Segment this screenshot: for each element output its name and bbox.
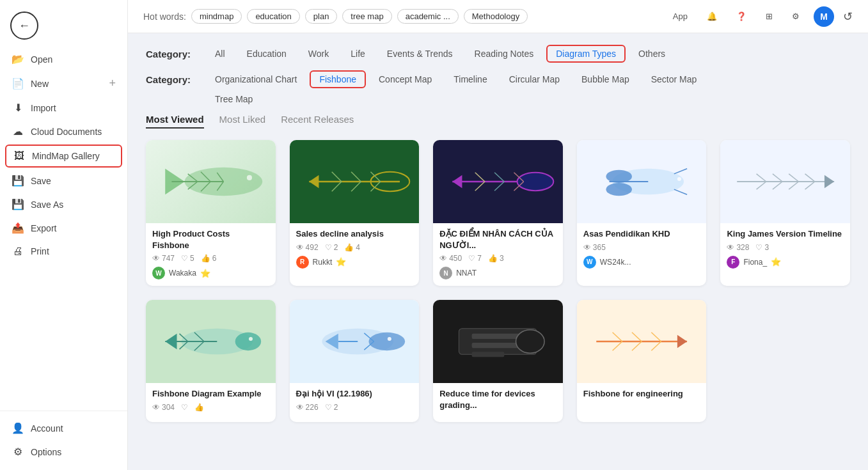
svg-line-25 (475, 173, 485, 182)
svg-line-44 (805, 182, 814, 189)
card-info-5: King James Version Timeline 👁 328 ♡ 3 F … (720, 223, 850, 275)
tab-most-viewed[interactable]: Most Viewed (146, 114, 204, 129)
notification-icon[interactable]: 🔔 (702, 9, 722, 24)
gallery-card-2[interactable]: Sales decline analysis 👁 492 ♡ 2 👍 4 R R… (290, 140, 420, 286)
cat-tree-map[interactable]: Tree Map (206, 91, 262, 107)
cat-concept-map[interactable]: Concept Map (370, 71, 441, 88)
cat-others[interactable]: Others (629, 45, 674, 62)
gallery-card-6[interactable]: Fishbone Diagram Example 👁 304 ♡ 👍 (146, 300, 276, 422)
back-button[interactable]: ← (10, 12, 38, 40)
help-icon[interactable]: ❓ (731, 9, 752, 24)
cat-reading[interactable]: Reading Notes (466, 45, 543, 62)
svg-marker-48 (165, 334, 177, 349)
svg-point-34 (677, 177, 681, 181)
gallery-card-7[interactable]: Đại hội VI (12.1986) 👁 226 ♡ 2 (290, 300, 420, 422)
sidebar-item-open[interactable]: 📂 Open (0, 47, 127, 71)
cat-fishbone[interactable]: Fishbone (310, 70, 366, 88)
sidebar-item-save[interactable]: 💾 Save (0, 169, 127, 192)
card-thumb-9 (577, 300, 707, 383)
views-2: 👁 492 (296, 243, 319, 252)
sidebar-item-import[interactable]: ⬇ Import (0, 96, 127, 120)
card-stats-3: 👁 450 ♡ 7 👍 3 (439, 254, 556, 263)
cat-circular-map[interactable]: Circular Map (500, 71, 569, 88)
category-label-2: Category: (146, 74, 197, 85)
sidebar-item-options[interactable]: ⚙ Options (0, 440, 127, 464)
tag-plan[interactable]: plan (305, 9, 338, 24)
card-stats-4: 👁 365 (583, 243, 700, 252)
user-avatar[interactable]: M (814, 6, 834, 27)
sidebar-item-export[interactable]: 📤 Export (0, 216, 127, 240)
cat-timeline[interactable]: Timeline (445, 71, 496, 88)
card-info-1: High Product Costs Fishbone 👁 747 ♡ 5 👍 … (146, 223, 276, 286)
svg-line-32 (674, 169, 687, 174)
views-6: 👁 304 (152, 403, 175, 412)
card-thumb-6 (146, 300, 276, 383)
settings-icon[interactable]: ⚙ (787, 9, 805, 24)
svg-point-49 (249, 337, 253, 341)
back-icon: ← (19, 19, 30, 33)
sidebar-item-mindmap-gallery[interactable]: 🖼 MindMap Gallery (5, 145, 122, 168)
tab-most-liked[interactable]: Most Liked (219, 114, 266, 129)
sidebar-item-new[interactable]: 📄 New + (0, 71, 127, 96)
sidebar-item-cloud[interactable]: ☁ Cloud Documents (0, 120, 127, 143)
tab-recent-releases[interactable]: Recent Releases (281, 114, 354, 129)
card-stats-7: 👁 226 ♡ 2 (296, 403, 413, 412)
card-info-2: Sales decline analysis 👁 492 ♡ 2 👍 4 R R… (290, 223, 420, 275)
tag-education[interactable]: education (247, 9, 299, 24)
card-title-1: High Product Costs Fishbone (152, 228, 269, 251)
shares-2: 👍 4 (344, 243, 360, 252)
cat-sector-map[interactable]: Sector Map (642, 71, 706, 88)
card-stats-6: 👁 304 ♡ 👍 (152, 403, 269, 412)
gallery-content: Category: All Education Work Life Events… (128, 33, 868, 470)
sidebar-account-label: Account (31, 423, 63, 434)
svg-point-55 (368, 333, 405, 350)
topbar: Hot words: mindmap education plan tree m… (128, 0, 868, 33)
tag-academic[interactable]: academic ... (397, 9, 459, 24)
card-thumb-4 (577, 140, 707, 223)
gold-badge-2: ⭐ (336, 257, 346, 267)
new-icon: 📄 (12, 77, 24, 90)
svg-point-29 (606, 170, 632, 183)
gallery-card-4[interactable]: Asas Pendidikan KHD 👁 365 W WS24k... (577, 140, 707, 286)
cat-events[interactable]: Events & Trends (378, 45, 462, 62)
author-avatar-1: W (152, 267, 165, 279)
card-thumb-2 (290, 140, 420, 223)
cat-life[interactable]: Life (342, 45, 374, 62)
grid-icon[interactable]: ⊞ (761, 9, 778, 24)
author-avatar-3: N (439, 267, 452, 279)
gallery-card-8[interactable]: Reduce time for devices grading... (433, 300, 563, 422)
tag-tree-map[interactable]: tree map (342, 9, 391, 24)
refresh-icon[interactable]: ↺ (843, 10, 853, 24)
card-info-7: Đại hội VI (12.1986) 👁 226 ♡ 2 (290, 383, 420, 422)
cat-diagram-types[interactable]: Diagram Types (546, 45, 626, 63)
sidebar-item-account[interactable]: 👤 Account (0, 416, 127, 440)
cat-education[interactable]: Education (238, 45, 296, 62)
cat-bubble-map[interactable]: Bubble Map (572, 71, 638, 88)
views-1: 👁 747 (152, 254, 175, 263)
svg-line-33 (674, 189, 687, 194)
sidebar: ← 📂 Open 📄 New + ⬇ Import ☁ Cloud Docume… (0, 0, 128, 470)
gallery-card-3[interactable]: ĐẶC ĐIỂM NHÂN CÁCH CỦA NGƯỜI... 👁 450 ♡ … (433, 140, 563, 286)
cat-org-chart[interactable]: Organizational Chart (206, 71, 306, 88)
tag-mindmap[interactable]: mindmap (191, 9, 242, 24)
cat-work[interactable]: Work (299, 45, 338, 62)
cat-all[interactable]: All (206, 45, 234, 62)
sidebar-item-print[interactable]: 🖨 Print (0, 240, 127, 263)
open-icon: 📂 (12, 53, 24, 65)
sidebar-item-save-as[interactable]: 💾 Save As (0, 192, 127, 216)
gallery-card-9[interactable]: Fishbone for engineering (577, 300, 707, 422)
card-author-4: W WS24k... (583, 256, 700, 269)
likes-6: ♡ (181, 403, 188, 412)
author-name-1: Wakaka (169, 269, 196, 278)
gallery-card-1[interactable]: High Product Costs Fishbone 👁 747 ♡ 5 👍 … (146, 140, 276, 286)
plus-icon: + (109, 77, 116, 90)
views-4: 👁 365 (583, 243, 606, 252)
card-info-9: Fishbone for engineering (577, 383, 707, 409)
tag-methodology[interactable]: Methodology (464, 9, 528, 24)
svg-line-42 (789, 182, 798, 189)
main-content: Hot words: mindmap education plan tree m… (128, 0, 868, 470)
account-icon: 👤 (12, 422, 24, 434)
app-button[interactable]: App (668, 9, 693, 24)
gallery-card-5[interactable]: King James Version Timeline 👁 328 ♡ 3 F … (720, 140, 850, 286)
card-title-5: King James Version Timeline (727, 228, 844, 240)
